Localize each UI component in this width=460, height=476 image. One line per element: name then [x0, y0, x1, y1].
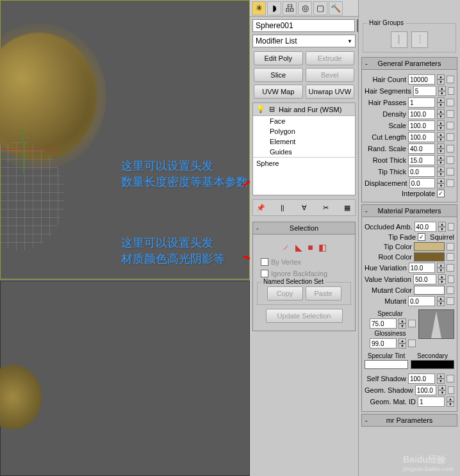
modifier-list-dropdown[interactable]: Modifier List [252, 35, 356, 47]
annotation-material: 这里可以设置头发材质颜色高光阴影等 [121, 235, 225, 267]
param-row-cut-length: Cut Length100.0▲▼ [365, 131, 454, 143]
stack-sphere[interactable]: Sphere [253, 157, 355, 169]
tip-color-swatch[interactable] [414, 242, 445, 251]
configure-icon[interactable]: ▦ [342, 202, 352, 213]
material-params-body: Occluded Amb.40.0▲▼ Tip Fade✓Squirrel Ti… [361, 217, 457, 412]
param-row-root-thick: Root Thick15.0▲▼ [365, 154, 454, 166]
lightbulb-icon[interactable]: 💡 [256, 105, 265, 113]
param-row-hair-count: Hair Count10000▲▼ [365, 74, 454, 85]
spinner-8[interactable]: 0.0 [408, 167, 435, 177]
paste-button[interactable]: Paste [306, 286, 341, 300]
spinner-6[interactable]: 40.0 [408, 144, 435, 154]
stack-polygon[interactable]: Polygon [253, 126, 355, 136]
object-name-input[interactable] [252, 19, 355, 32]
spinner-5[interactable]: 100.0 [408, 132, 435, 142]
param-row-displacement: Displacement0.0▲▼ [365, 177, 454, 189]
annotation-general: 这里可以设置头发数量长度密度等基本参数 [121, 158, 248, 190]
command-panel: ✳ ◗ 品 ◎ ▢ 🔨 Modifier List Edit Poly Extr… [250, 0, 460, 476]
x-axis [1, 149, 58, 150]
viewport-perspective[interactable]: 这里可以设置头发数量长度密度等基本参数 这里可以设置头发材质颜色高光阴影等 [0, 0, 250, 279]
remove-mod-icon[interactable]: ✂ [320, 202, 331, 213]
specular-graph [418, 309, 454, 339]
watermark: Baidu经验 jingyan.baidu.com [403, 454, 454, 472]
val-var-spinner[interactable]: 50.0 [413, 274, 436, 284]
interpolate-checkbox[interactable]: ✓ [437, 190, 445, 197]
object-color-swatch[interactable] [357, 19, 358, 32]
spinner-0[interactable]: 10000 [408, 74, 435, 85]
edit-poly-button[interactable]: Edit Poly [254, 51, 303, 65]
sel-face-icon[interactable]: ◣ [295, 242, 302, 252]
split-group-icon[interactable]: ⦚ [391, 31, 407, 48]
mutant-spinner[interactable]: 0.0 [408, 296, 435, 306]
merge-group-icon[interactable]: ⦙ [411, 31, 428, 48]
bevel-button[interactable]: Bevel [306, 68, 355, 82]
interpolate-label: Interpolate [365, 190, 435, 197]
secondary-swatch[interactable] [411, 360, 454, 369]
geom-mat-spinner[interactable]: 1 [418, 397, 445, 407]
y-axis [23, 129, 24, 174]
specular-spinner[interactable]: 75.0 [370, 318, 397, 329]
spinner-3[interactable]: 100.0 [408, 109, 435, 119]
viewport-bottom[interactable] [0, 281, 250, 476]
glossiness-spinner[interactable]: 99.0 [370, 338, 397, 349]
slice-button[interactable]: Slice [254, 68, 303, 82]
sel-guide-icon[interactable]: ⟋ [281, 242, 290, 252]
mr-params-header[interactable]: mr Parameters [361, 414, 457, 427]
create-tab[interactable]: ✳ [252, 1, 266, 15]
param-row-density: Density100.0▲▼ [365, 108, 454, 120]
modify-tab[interactable]: ◗ [267, 1, 281, 15]
general-params-body: Hair Count10000▲▼Hair Segments5▲▼Hair Pa… [361, 70, 457, 202]
display-tab[interactable]: ▢ [313, 1, 327, 15]
param-row-scale: Scale100.0▲▼ [365, 120, 454, 131]
mutant-color-swatch[interactable] [414, 286, 445, 295]
spinner-2[interactable]: 1 [408, 97, 435, 108]
spinner-1[interactable]: 5 [413, 86, 436, 96]
update-selection-button[interactable]: Update Selection [266, 309, 343, 323]
by-vertex-checkbox[interactable] [261, 258, 268, 266]
motion-tab[interactable]: ◎ [298, 1, 312, 15]
stack-tools: 📌 || ∀ ✂ ▦ [252, 199, 356, 216]
spinner-7[interactable]: 15.0 [408, 155, 435, 165]
hue-var-spinner[interactable]: 10.0 [409, 263, 435, 273]
ignore-backfacing-checkbox[interactable] [261, 270, 268, 277]
param-row-rand-scale: Rand. Scale40.0▲▼ [365, 143, 454, 154]
pin-stack-icon[interactable]: 📌 [256, 202, 266, 213]
param-row-hair-segments: Hair Segments5▲▼ [365, 85, 454, 97]
spinner-4[interactable]: 100.0 [408, 120, 435, 131]
tip-fade-checkbox[interactable]: ✓ [418, 233, 425, 241]
root-color-swatch[interactable] [414, 252, 445, 261]
selection-rollout-header[interactable]: Selection [252, 222, 356, 234]
extrude-button[interactable]: Extrude [306, 51, 355, 65]
unwrap-uvw-button[interactable]: Unwrap UVW [306, 85, 355, 99]
occluded-spinner[interactable]: 40.0 [415, 222, 436, 232]
uvw-map-button[interactable]: UVW Map [254, 85, 303, 99]
hair-groups-label: Hair Groups [367, 19, 406, 26]
panel-tabs: ✳ ◗ 品 ◎ ▢ 🔨 [250, 0, 358, 17]
hierarchy-tab[interactable]: 品 [283, 1, 297, 15]
unique-icon[interactable]: ∀ [299, 202, 309, 213]
geom-shadow-spinner[interactable]: 100.0 [415, 385, 437, 395]
stack-guides[interactable]: Guides [253, 147, 355, 157]
general-params-header[interactable]: General Parameters [361, 57, 457, 70]
sel-element-icon[interactable]: ◧ [318, 242, 327, 252]
spinner-9[interactable]: 0.0 [409, 178, 436, 188]
material-params-header[interactable]: Material Parameters [361, 204, 457, 217]
self-shadow-spinner[interactable]: 100.0 [408, 373, 435, 384]
param-row-hair-passes: Hair Passes1▲▼ [365, 97, 454, 108]
sel-poly-icon[interactable]: ■ [308, 242, 313, 252]
param-row-tip-thick: Tip Thick0.0▲▼ [365, 166, 454, 177]
copy-button[interactable]: Copy [267, 286, 303, 300]
show-result-icon[interactable]: || [277, 202, 288, 213]
modifier-stack[interactable]: 💡⊟Hair and Fur (WSM) Face Polygon Elemen… [252, 103, 356, 195]
named-set-label: Named Selection Set [261, 278, 325, 285]
utilities-tab[interactable]: 🔨 [329, 1, 343, 15]
stack-element[interactable]: Element [253, 136, 355, 147]
stack-face[interactable]: Face [253, 116, 355, 126]
spec-tint-swatch[interactable] [365, 360, 408, 369]
